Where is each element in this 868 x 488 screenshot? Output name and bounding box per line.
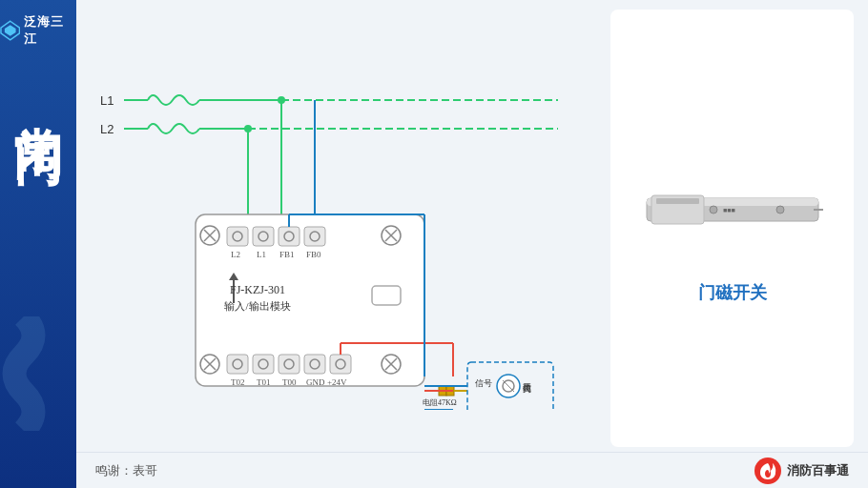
svg-text:门磁开关: 门磁开关 xyxy=(524,383,533,394)
product-panel: ■■■ 门磁开关 xyxy=(610,10,854,447)
brand-icon xyxy=(754,458,781,484)
svg-text:FB0: FB0 xyxy=(306,250,321,259)
product-image: ■■■ xyxy=(637,152,828,267)
svg-rect-19 xyxy=(227,227,248,246)
svg-marker-1 xyxy=(5,25,16,36)
svg-text:GND: GND xyxy=(306,377,325,387)
svg-rect-45 xyxy=(253,355,274,374)
svg-rect-48 xyxy=(279,355,300,374)
svg-rect-22 xyxy=(253,227,274,246)
svg-rect-51 xyxy=(304,355,325,374)
sidebar: 泛海三江 常闭门 xyxy=(0,0,76,488)
main-content: L1 L2 xyxy=(76,0,868,488)
svg-text:T00: T00 xyxy=(282,377,297,387)
svg-text:FB1: FB1 xyxy=(279,250,295,259)
wiring-svg: L1 L2 xyxy=(91,48,596,410)
svg-rect-85 xyxy=(656,198,699,204)
footer: 鸣谢：表哥 消防百事通 xyxy=(76,452,868,488)
svg-text:信号: 信号 xyxy=(475,378,492,388)
svg-rect-54 xyxy=(330,355,351,374)
svg-point-88 xyxy=(776,206,784,214)
svg-text:T01: T01 xyxy=(257,377,271,387)
wiring-diagram: L1 L2 xyxy=(91,10,596,447)
decorative-wave xyxy=(0,316,57,431)
logo-icon xyxy=(0,20,20,41)
svg-text:■■■: ■■■ xyxy=(723,207,735,214)
svg-text:电阻47KΩ: 电阻47KΩ xyxy=(423,398,457,407)
svg-text:+24V: +24V xyxy=(327,377,347,387)
product-illustration: ■■■ xyxy=(637,172,828,248)
fire-icon xyxy=(757,460,778,481)
product-name: 门磁开关 xyxy=(698,281,767,304)
svg-rect-25 xyxy=(279,227,300,246)
svg-text:L2: L2 xyxy=(231,250,240,259)
svg-point-87 xyxy=(710,206,717,214)
brand-name: 泛海三江 xyxy=(24,13,76,48)
svg-text:输入/输出模块: 输入/输出模块 xyxy=(224,300,290,312)
svg-rect-28 xyxy=(304,227,325,246)
svg-text:T02: T02 xyxy=(231,377,245,387)
content-area: L1 L2 xyxy=(76,0,868,452)
svg-text:L1: L1 xyxy=(100,93,114,108)
svg-text:L2: L2 xyxy=(100,122,114,136)
footer-credit: 鸣谢：表哥 xyxy=(95,462,157,479)
footer-brand-name: 消防百事通 xyxy=(787,462,849,479)
page-title: 常闭门 xyxy=(13,86,63,97)
svg-rect-42 xyxy=(227,355,248,374)
svg-text:FJ-KZJ-301: FJ-KZJ-301 xyxy=(230,283,285,296)
svg-text:L1: L1 xyxy=(257,250,266,259)
logo-area: 泛海三江 xyxy=(0,13,76,48)
footer-brand-area: 消防百事通 xyxy=(754,458,849,484)
